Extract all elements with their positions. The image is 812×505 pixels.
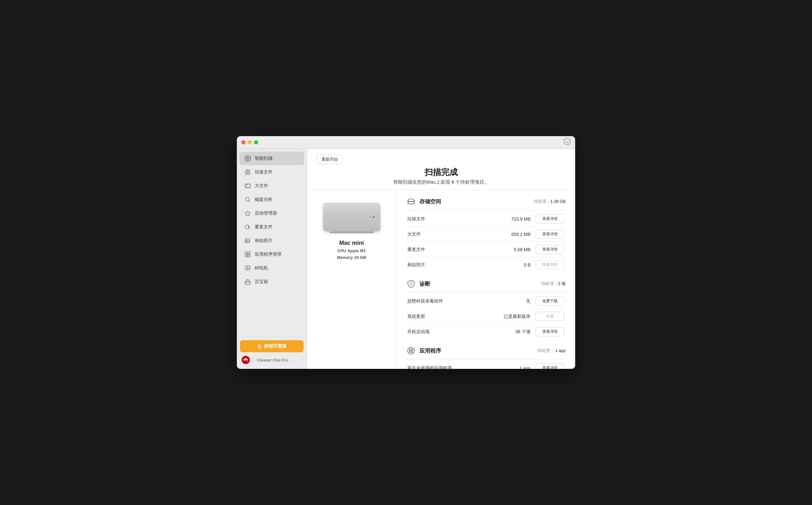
sidebar-item-app-manager[interactable]: 应用程序管理 — [239, 248, 304, 261]
memory-label: Memory — [337, 255, 353, 260]
sidebar-item-similar-photos[interactable]: 相似照片 — [239, 234, 304, 247]
startup-items-row: 开机启动项 36 个项 查看详情 — [406, 324, 566, 339]
antivirus-row: 趋势科技杀毒软件 无 免费下载 — [406, 294, 566, 309]
junk-files-icon — [244, 168, 251, 176]
system-update-row: 系统更新 已是最新版本 安装 — [406, 309, 566, 324]
unused-apps-detail-btn[interactable]: 查看详情 — [536, 363, 564, 369]
minimize-button[interactable] — [248, 140, 252, 144]
storage-title-group: 存储空间 — [406, 196, 441, 207]
similar-photos-row: 相似照片 0 B 查看详情 — [406, 257, 566, 272]
startup-manager-icon — [244, 209, 251, 217]
rescan-button[interactable]: 重新开始 — [317, 155, 343, 164]
cpu-label: CPU — [337, 248, 346, 253]
sidebar-item-duplicate-files[interactable]: 重复文件 — [239, 220, 304, 234]
large-files-row: 大文件 656.2 MB 查看详情 — [406, 227, 566, 242]
startup-items-row-size: 36 个项 — [505, 329, 531, 335]
applications-title-group: 应用程序 — [406, 346, 441, 356]
storage-title: 存储空间 — [420, 198, 441, 205]
similar-photos-row-size: 0 B — [505, 263, 531, 268]
applications-section: 应用程序 待处理： 1 app 最近未使用的应用程序 1 app 查看详情 — [406, 346, 566, 369]
unused-apps-row: 最近未使用的应用程序 1 app 查看详情 — [406, 361, 566, 369]
startup-items-row-label: 开机启动项 — [407, 329, 505, 335]
toolbox-icon — [244, 278, 251, 286]
sidebar-item-junk-files[interactable]: 垃圾文件 — [239, 165, 304, 179]
junk-files-label: 垃圾文件 — [255, 169, 272, 175]
sidebar-item-disk-analysis[interactable]: 磁盘分析 — [239, 193, 304, 206]
diagnostics-pending-value: 2 项 — [558, 281, 566, 286]
svg-point-0 — [564, 138, 570, 145]
fullscreen-button[interactable] — [254, 140, 258, 144]
large-files-detail-btn[interactable]: 查看详情 — [536, 229, 564, 239]
svg-rect-26 — [248, 255, 250, 257]
similar-photos-label: 相似照片 — [255, 238, 272, 243]
duplicate-files-detail-btn[interactable]: 查看详情 — [536, 245, 564, 254]
svg-rect-21 — [245, 239, 250, 242]
svg-line-30 — [249, 269, 249, 271]
duplicate-files-row-label: 重复文件 — [407, 247, 505, 252]
svg-point-37 — [408, 199, 414, 201]
duplicate-files-label: 重复文件 — [255, 224, 272, 230]
svg-line-28 — [246, 269, 246, 271]
storage-pending-label: 待处理： — [534, 199, 550, 204]
antivirus-row-size: 无 — [505, 298, 531, 304]
svg-point-31 — [247, 267, 248, 268]
trend-micro-logo — [241, 355, 250, 364]
sidebar-item-startup-manager[interactable]: 启动管理器 — [239, 207, 304, 220]
sidebar-item-smart-scan[interactable]: 智能扫描 — [239, 152, 304, 165]
storage-section: 存储空间 待处理：1.39 GB 垃圾文件 723.9 MB 查看详情 — [406, 196, 566, 272]
smart-scan-icon — [244, 155, 251, 162]
scan-subtitle-suffix: 个待处理项目。 — [454, 179, 489, 185]
unused-apps-row-label: 最近未使用的应用程序 — [407, 365, 505, 369]
sidebar-item-shredder[interactable]: 碎纸机 — [239, 262, 304, 275]
close-button[interactable] — [241, 140, 245, 144]
main-content-area: 重新开始 扫描完成 智能扫描在您的Mac上发现 6 个待处理项目。 — [307, 149, 575, 369]
scan-subtitle-prefix: 智能扫描在您的Mac上发现 — [393, 179, 452, 185]
storage-icon — [406, 196, 416, 207]
applications-pending-label: 待处理： — [538, 348, 555, 353]
large-files-row-label: 大文件 — [407, 231, 505, 237]
sidebar-bottom: 解锁完整版 Cleaner One Pro — [237, 336, 307, 369]
free-download-btn[interactable]: 免费下载 — [536, 297, 564, 306]
toolbox-label: 百宝箱 — [255, 279, 268, 285]
sidebar-item-large-files[interactable]: 大文件 — [239, 179, 304, 193]
svg-rect-32 — [245, 281, 250, 284]
traffic-lights — [241, 140, 258, 144]
system-update-row-label: 系统更新 — [407, 314, 504, 319]
scan-count: 6 — [452, 179, 454, 185]
mac-mini-image — [323, 203, 380, 231]
similar-photos-detail-btn: 查看详情 — [536, 260, 564, 270]
main-header: 重新开始 扫描完成 智能扫描在您的Mac上发现 6 个待处理项目。 — [307, 149, 575, 190]
sidebar-nav: 智能扫描 垃圾文件 — [237, 149, 307, 336]
mac-mini-dot-1 — [369, 216, 371, 218]
duplicate-files-icon — [244, 223, 251, 231]
mac-mini-stand — [329, 231, 374, 233]
large-files-label: 大文件 — [255, 183, 268, 189]
cpu-value: Apple M1 — [347, 248, 366, 253]
svg-point-38 — [408, 201, 414, 204]
diagnostics-icon — [406, 279, 416, 289]
svg-line-16 — [249, 201, 250, 202]
sidebar-item-toolbox[interactable]: 百宝箱 — [239, 275, 304, 289]
install-btn: 安装 — [536, 312, 564, 321]
junk-files-detail-btn[interactable]: 查看详情 — [536, 214, 564, 223]
storage-pending: 待处理：1.39 GB — [534, 199, 566, 204]
svg-point-1 — [566, 141, 567, 141]
applications-title: 应用程序 — [420, 347, 441, 354]
shredder-icon — [244, 264, 251, 272]
svg-point-5 — [247, 158, 248, 159]
diagnostics-title: 诊断 — [420, 280, 430, 288]
device-cpu: CPU Apple M1 — [337, 248, 366, 253]
disk-analysis-icon — [244, 196, 251, 203]
startup-items-detail-btn[interactable]: 查看详情 — [536, 327, 564, 336]
large-files-row-size: 656.2 MB — [505, 232, 531, 237]
duplicate-files-row: 重复文件 5.06 MB 查看详情 — [406, 242, 566, 257]
device-memory: Memory 16 GB — [337, 255, 366, 260]
unused-apps-row-size: 1 app — [505, 366, 531, 369]
lock-icon — [257, 344, 262, 349]
smiley-icon — [564, 138, 571, 147]
applications-section-header: 应用程序 待处理： 1 app — [406, 346, 566, 359]
svg-rect-45 — [412, 351, 413, 353]
unlock-button[interactable]: 解锁完整版 — [240, 340, 304, 352]
disk-analysis-label: 磁盘分析 — [255, 197, 272, 202]
antivirus-row-label: 趋势科技杀毒软件 — [407, 298, 505, 304]
